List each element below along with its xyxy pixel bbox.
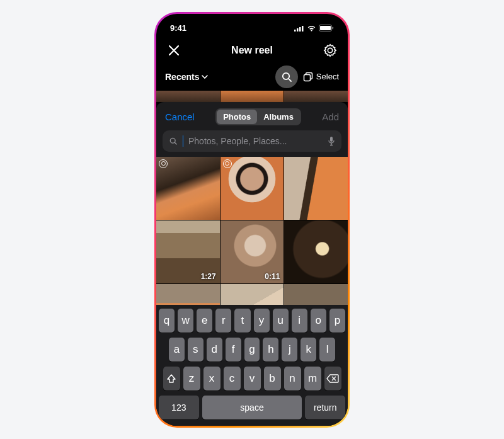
svg-rect-1: [297, 28, 299, 31]
key-z[interactable]: z: [183, 367, 200, 391]
media-item[interactable]: [220, 284, 284, 305]
svg-rect-11: [330, 137, 333, 142]
key-v[interactable]: v: [244, 367, 261, 391]
status-bar: 9:41: [156, 14, 348, 38]
photo-picker-sheet: Cancel Photos Albums Add Photos, People,…: [156, 102, 348, 426]
sheet-header: Cancel Photos Albums Add: [156, 102, 348, 130]
close-button[interactable]: [166, 43, 181, 58]
shift-icon: [166, 373, 176, 384]
numbers-key[interactable]: 123: [159, 396, 199, 419]
key-o[interactable]: o: [311, 309, 326, 333]
add-button: Add: [322, 111, 339, 122]
select-label: Select: [316, 72, 339, 81]
key-y[interactable]: y: [254, 309, 270, 333]
key-h[interactable]: h: [263, 338, 278, 362]
video-duration: 1:27: [201, 272, 216, 281]
key-c[interactable]: c: [224, 367, 241, 391]
gallery-toolbar: Recents Select: [156, 62, 348, 91]
nav-header: New reel: [156, 38, 348, 62]
photos-albums-segmented: Photos Albums: [215, 108, 301, 125]
cancel-button[interactable]: Cancel: [165, 111, 195, 122]
media-item[interactable]: [284, 157, 348, 220]
wifi-icon: [307, 25, 316, 31]
page-title: New reel: [181, 45, 323, 56]
shift-key[interactable]: [163, 367, 180, 391]
tab-albums[interactable]: Albums: [257, 110, 300, 124]
svg-rect-5: [320, 26, 331, 30]
search-icon: [281, 71, 292, 83]
dictation-icon[interactable]: [328, 136, 335, 146]
svg-rect-9: [304, 74, 310, 81]
key-l[interactable]: l: [319, 338, 335, 362]
phone-screen: 9:41 New reel: [156, 14, 348, 426]
key-b[interactable]: b: [264, 367, 281, 391]
key-w[interactable]: w: [178, 309, 193, 333]
key-u[interactable]: u: [273, 309, 289, 333]
search-input[interactable]: Photos, People, Places...: [163, 130, 341, 152]
media-item[interactable]: [156, 284, 220, 305]
keyboard-row-3: zxcvbnm: [159, 367, 345, 391]
key-m[interactable]: m: [304, 367, 321, 391]
key-f[interactable]: f: [226, 338, 241, 362]
text-caret: [183, 135, 183, 147]
status-indicators: [294, 25, 334, 31]
gear-icon: [323, 43, 337, 57]
return-key[interactable]: return: [305, 396, 345, 419]
svg-rect-3: [302, 26, 304, 31]
keyboard-row-1: qwertyuiop: [159, 309, 345, 333]
media-item[interactable]: [284, 220, 348, 283]
select-multiple-button[interactable]: Select: [303, 72, 339, 82]
key-g[interactable]: g: [244, 338, 260, 362]
media-item[interactable]: [156, 157, 220, 220]
live-photo-icon: [159, 159, 168, 168]
multi-select-icon: [303, 72, 313, 82]
battery-icon: [319, 25, 334, 31]
key-p[interactable]: p: [329, 309, 345, 333]
media-item[interactable]: 0:11: [220, 220, 284, 283]
media-item[interactable]: [220, 157, 284, 220]
close-icon: [168, 45, 180, 56]
space-key[interactable]: space: [202, 396, 302, 419]
key-r[interactable]: r: [215, 309, 231, 333]
settings-button[interactable]: [323, 43, 338, 58]
recents-dropdown[interactable]: Recents: [165, 72, 208, 82]
status-time: 9:41: [170, 23, 186, 33]
key-a[interactable]: a: [169, 338, 185, 362]
keyboard-row-4: 123 space return: [159, 396, 345, 419]
recents-label: Recents: [165, 72, 199, 82]
backspace-key[interactable]: [324, 367, 341, 391]
key-e[interactable]: e: [197, 309, 212, 333]
svg-rect-6: [333, 27, 334, 30]
key-n[interactable]: n: [284, 367, 301, 391]
backspace-icon: [326, 374, 339, 383]
key-i[interactable]: i: [292, 309, 307, 333]
svg-rect-2: [299, 27, 301, 31]
ios-keyboard: qwertyuiop asdfghjkl zxcvbnm 123 space r…: [156, 305, 348, 426]
key-t[interactable]: t: [234, 309, 250, 333]
svg-rect-0: [294, 30, 296, 31]
media-item[interactable]: [284, 284, 348, 305]
video-duration: 0:11: [265, 272, 280, 281]
keyboard-row-2: asdfghjkl: [159, 338, 345, 362]
key-k[interactable]: k: [301, 338, 316, 362]
search-placeholder: Photos, People, Places...: [188, 136, 323, 146]
cellular-signal-icon: [294, 25, 304, 31]
live-photo-icon: [223, 159, 232, 168]
search-icon: [169, 137, 178, 145]
media-item[interactable]: 1:27: [156, 220, 220, 283]
chevron-down-icon: [202, 74, 208, 80]
phone-frame: 9:41 New reel: [154, 12, 350, 428]
key-d[interactable]: d: [207, 338, 222, 362]
tab-photos[interactable]: Photos: [217, 110, 257, 124]
key-q[interactable]: q: [159, 309, 175, 333]
search-gallery-button[interactable]: [275, 66, 298, 88]
key-x[interactable]: x: [203, 367, 220, 391]
media-grid: 1:27 0:11: [156, 157, 348, 305]
key-j[interactable]: j: [282, 338, 297, 362]
key-s[interactable]: s: [188, 338, 203, 362]
background-grid-peek: [156, 91, 348, 102]
